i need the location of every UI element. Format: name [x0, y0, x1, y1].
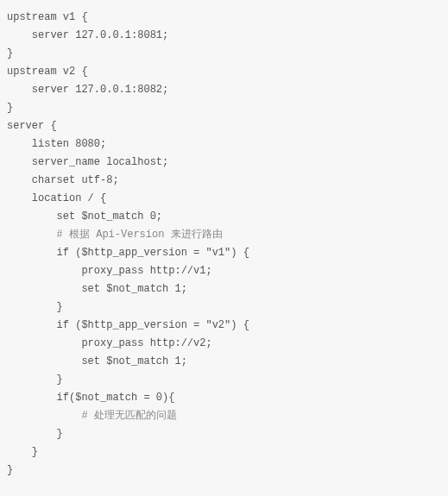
- code-line: if($not_match = 0){: [7, 389, 441, 407]
- code-line: server 127.0.0.1:8081;: [7, 27, 441, 45]
- code-line: proxy_pass http://v2;: [7, 335, 441, 353]
- code-line: }: [7, 99, 441, 117]
- code-line: charset utf-8;: [7, 172, 441, 190]
- code-line: server {: [7, 117, 441, 135]
- code-line: set $not_match 0;: [7, 208, 441, 226]
- code-line: upstream v2 {: [7, 63, 441, 81]
- code-line: proxy_pass http://v1;: [7, 262, 441, 280]
- code-line: }: [7, 371, 441, 389]
- code-line: if ($http_app_version = "v1") {: [7, 244, 441, 262]
- code-line: }: [7, 461, 441, 480]
- code-line-comment: # 根据 Api-Version 来进行路由: [7, 226, 441, 244]
- code-block: upstream v1 { server 127.0.0.1:8081;}ups…: [7, 9, 441, 480]
- code-line: }: [7, 45, 441, 63]
- code-line: if ($http_app_version = "v2") {: [7, 317, 441, 335]
- code-line: server 127.0.0.1:8082;: [7, 81, 441, 99]
- code-line: server_name localhost;: [7, 154, 441, 172]
- code-line: upstream v1 {: [7, 9, 441, 27]
- code-line-comment: # 处理无匹配的问题: [7, 407, 441, 425]
- code-line: listen 8080;: [7, 135, 441, 154]
- code-line: }: [7, 298, 441, 317]
- code-line: set $not_match 1;: [7, 353, 441, 371]
- code-line: }: [7, 425, 441, 443]
- code-line: }: [7, 443, 441, 461]
- code-line: set $not_match 1;: [7, 280, 441, 298]
- code-line: location / {: [7, 190, 441, 208]
